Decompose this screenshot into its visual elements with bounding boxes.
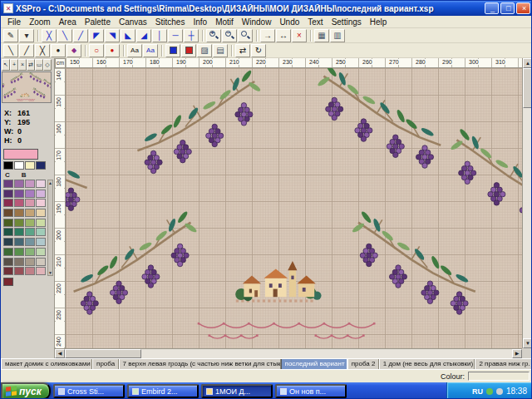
- close-button[interactable]: ×: [516, 2, 530, 14]
- task-button-3[interactable]: Он нов п...: [275, 384, 347, 398]
- tool-quarter-stitch-br[interactable]: ◢: [136, 29, 151, 42]
- horizontal-scrollbar[interactable]: ◀ ▶: [55, 348, 522, 358]
- palette-color[interactable]: [36, 219, 46, 227]
- tool-half-stitch-fwd[interactable]: ╱: [73, 29, 88, 42]
- task-button-1[interactable]: Embird 2...: [127, 384, 199, 398]
- scroll-down-icon[interactable]: ▼: [523, 338, 532, 348]
- palette-color[interactable]: [36, 209, 46, 217]
- vertical-scroll-thumb[interactable]: [523, 68, 532, 108]
- tool-full-stitch[interactable]: ╳: [42, 29, 57, 42]
- vertical-scrollbar[interactable]: ▲ ▼: [522, 58, 532, 348]
- swap-tool[interactable]: ⇄: [27, 59, 35, 71]
- task-button-2[interactable]: 1МОИ Д...: [201, 384, 273, 398]
- tool-backstitch-back[interactable]: ╲: [3, 44, 18, 57]
- palette-color[interactable]: [25, 228, 35, 236]
- palette-color[interactable]: [14, 267, 24, 275]
- current-color-swatch[interactable]: [3, 149, 38, 160]
- menu-motif[interactable]: Motif: [211, 17, 238, 27]
- palette-color[interactable]: [36, 180, 46, 188]
- tool-text-tool[interactable]: Aa: [127, 44, 142, 57]
- clock[interactable]: 18:38: [506, 387, 527, 396]
- palette-color[interactable]: [36, 248, 46, 256]
- horizontal-scroll-thumb[interactable]: [65, 349, 141, 358]
- palette-color[interactable]: [3, 248, 13, 256]
- menu-info[interactable]: Info: [189, 17, 211, 27]
- tool-move-selection[interactable]: ↔: [276, 29, 291, 42]
- menu-text[interactable]: Text: [303, 17, 327, 27]
- palette-color[interactable]: [25, 190, 35, 198]
- palette-color[interactable]: [3, 258, 13, 266]
- menu-zoom[interactable]: Zoom: [25, 17, 55, 27]
- palette-color[interactable]: [36, 238, 46, 246]
- palette-scroll-up-icon[interactable]: ▲: [48, 180, 52, 185]
- palette-color[interactable]: [25, 180, 35, 188]
- palette-color[interactable]: [14, 219, 24, 227]
- tool-zoom-area[interactable]: [238, 29, 253, 42]
- tool-pencil[interactable]: ✎: [3, 29, 18, 42]
- palette-color[interactable]: [36, 199, 46, 207]
- palette-color[interactable]: [3, 238, 13, 246]
- palette-scrollbar[interactable]: ▲▼: [47, 180, 53, 276]
- pattern-tab-5[interactable]: 1 дом (не весь для стыковки): [379, 359, 475, 369]
- scroll-up-icon[interactable]: ▲: [523, 58, 532, 68]
- add-tool[interactable]: +: [10, 59, 18, 71]
- tray-icon-2[interactable]: [496, 388, 503, 395]
- quick-color-3[interactable]: [36, 161, 46, 170]
- palette-color[interactable]: [36, 228, 46, 236]
- pattern-tab-3[interactable]: последний вариант: [281, 359, 347, 369]
- diamond-tool[interactable]: ◇: [43, 59, 52, 71]
- tool-french-knot[interactable]: ●: [51, 44, 66, 57]
- tool-gobelin-stitch[interactable]: ┼: [184, 29, 199, 42]
- menu-window[interactable]: Window: [238, 17, 276, 27]
- select-box-tool[interactable]: ▭: [35, 59, 43, 71]
- palette-color[interactable]: [25, 267, 35, 275]
- palette-color[interactable]: [14, 258, 24, 266]
- tool-flip-horizontal[interactable]: ⇄: [235, 44, 250, 57]
- palette-color[interactable]: [14, 238, 24, 246]
- task-button-0[interactable]: Cross Sti...: [53, 384, 125, 398]
- quick-color-0[interactable]: [3, 161, 13, 170]
- palette-color[interactable]: [14, 209, 24, 217]
- tool-bead[interactable]: ◆: [66, 44, 81, 57]
- menu-palette[interactable]: Palette: [81, 17, 115, 27]
- palette-color[interactable]: [25, 238, 35, 246]
- menu-help[interactable]: Help: [366, 17, 392, 27]
- pointer-tool[interactable]: ↖: [2, 59, 10, 71]
- palette-color[interactable]: [3, 190, 13, 198]
- menu-undo[interactable]: Undo: [275, 17, 303, 27]
- erase-tool[interactable]: ×: [18, 59, 27, 71]
- pattern-tab-6[interactable]: 2 правая ниж гр.: [475, 359, 532, 369]
- palette-color[interactable]: [14, 199, 24, 207]
- menu-stitches[interactable]: Stitches: [151, 17, 190, 27]
- pattern-tab-0[interactable]: макет домик с оливковками: [1, 359, 92, 369]
- tool-zoom-in[interactable]: +: [206, 29, 221, 42]
- maximize-button[interactable]: □: [500, 2, 515, 14]
- stitch-canvas[interactable]: [66, 68, 522, 348]
- menu-settings[interactable]: Settings: [328, 17, 366, 27]
- palette-color[interactable]: [25, 199, 35, 207]
- menu-file[interactable]: File: [3, 17, 25, 27]
- tray-icon-1[interactable]: [486, 388, 493, 395]
- tool-quarter-stitch-tl[interactable]: ◤: [89, 29, 104, 42]
- pattern-tab-2[interactable]: 7 верхн левая гроздь (с частью ниж ветки…: [119, 359, 281, 369]
- tool-horizontal-stitch[interactable]: ─: [168, 29, 183, 42]
- tool-quarter-stitch-bl[interactable]: ◣: [121, 29, 135, 42]
- tool-zoom-out[interactable]: −: [222, 29, 237, 42]
- palette-color[interactable]: [36, 267, 46, 275]
- palette-color[interactable]: [3, 219, 13, 227]
- tool-pencil-dropdown[interactable]: ▾: [19, 29, 34, 42]
- palette-color[interactable]: [25, 248, 35, 256]
- tool-quarter-stitch-tr[interactable]: ◥: [105, 29, 120, 42]
- palette-color[interactable]: [36, 258, 46, 266]
- palette-color[interactable]: [25, 209, 35, 217]
- tool-filled-circle[interactable]: ●: [105, 44, 120, 57]
- palette-color[interactable]: [36, 190, 46, 198]
- palette-extra-swatch[interactable]: [3, 278, 13, 286]
- tool-thread-swatch-red[interactable]: [181, 44, 196, 57]
- tool-rulers-toggle[interactable]: ▥: [330, 29, 345, 42]
- pattern-tab-1[interactable]: проба: [92, 359, 119, 369]
- palette-scroll-down-icon[interactable]: ▼: [48, 270, 52, 275]
- tool-backstitch-fwd[interactable]: ╱: [19, 44, 34, 57]
- palette-color[interactable]: [3, 199, 13, 207]
- palette-color[interactable]: [3, 209, 13, 217]
